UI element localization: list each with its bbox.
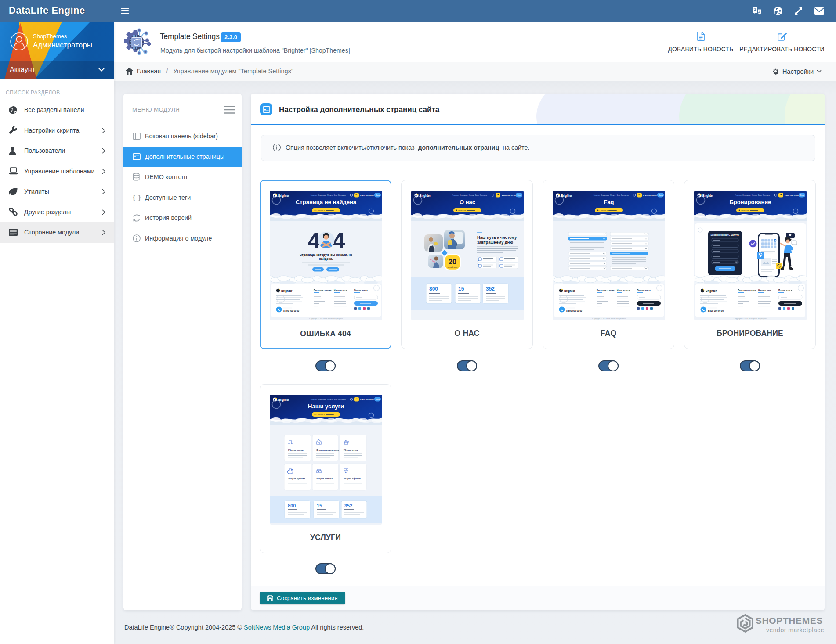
- svg-text:8 800 000 00 00: 8 800 000 00 00: [566, 309, 582, 312]
- svg-text:Copyright © 2023 Все права защ: Copyright © 2023 Все права защищены: [592, 317, 626, 320]
- svg-text:Главная: Главная: [458, 209, 465, 212]
- svg-text:SHOPTHEMES: SHOPTHEMES: [756, 615, 823, 626]
- svg-text:Быстрые ссылки: Быстрые ссылки: [738, 289, 756, 291]
- svg-text:Главная: Главная: [311, 194, 317, 196]
- svg-text:Бронирование: Бронирование: [729, 199, 771, 205]
- svg-text:15: 15: [317, 503, 322, 508]
- svg-text:Главная: Главная: [317, 209, 323, 212]
- svg-text:Услуги: Услуги: [610, 194, 615, 196]
- svg-text:Блог: Блог: [334, 194, 338, 196]
- svg-text:Уборка комнат: Уборка комнат: [316, 477, 333, 480]
- svg-text:Контакты: Контакты: [338, 398, 346, 400]
- svg-text:15: 15: [458, 286, 464, 292]
- svg-text:20: 20: [449, 258, 456, 266]
- svg-text:Главная: Главная: [594, 194, 600, 196]
- svg-text:8 800 000 00 00: 8 800 000 00 00: [708, 309, 724, 312]
- svg-text:8 800 000 00 00: 8 800 000 00 00: [360, 194, 374, 197]
- svg-text:Уборка кухни: Уборка кухни: [344, 449, 358, 451]
- svg-text:Страницы: Страницы: [601, 194, 609, 196]
- svg-text:Brighter: Brighter: [706, 289, 717, 293]
- svg-text:Подписаться: Подписаться: [778, 289, 792, 291]
- svg-text:352: 352: [486, 286, 495, 292]
- svg-text:Brighter: Brighter: [278, 194, 290, 198]
- svg-text:Faq: Faq: [604, 199, 614, 205]
- svg-text:Контакты: Контакты: [763, 194, 770, 196]
- svg-text:Быстрые ссылки: Быстрые ссылки: [314, 289, 332, 291]
- svg-text:Наши услуги: Наши услуги: [334, 289, 347, 291]
- svg-text:Главная: Главная: [317, 414, 323, 416]
- svg-text:Быстрые ссылки: Быстрые ссылки: [597, 289, 615, 291]
- svg-text:Забронировать услугу: Забронировать услугу: [710, 234, 739, 236]
- svg-text:8 800 000 00 00: 8 800 000 00 00: [283, 309, 299, 312]
- svg-text:Brighter: Brighter: [420, 194, 431, 198]
- svg-text:Наши услуги: Наши услуги: [308, 403, 344, 410]
- svg-text:Наши услуги: Наши услуги: [758, 289, 771, 291]
- svg-text:Главная: Главная: [311, 398, 317, 400]
- svg-text:Copyright © 2023 Все права защ: Copyright © 2023 Все права защищены: [734, 317, 767, 320]
- svg-text:vendor marketplace: vendor marketplace: [766, 626, 824, 633]
- svg-text:Блог: Блог: [475, 194, 479, 196]
- svg-text:Страницы: Страницы: [460, 194, 467, 196]
- svg-text:Блог: Блог: [334, 398, 338, 400]
- svg-text:Brighter: Brighter: [278, 398, 290, 402]
- svg-text:Услуги: Услуги: [752, 194, 757, 196]
- svg-text:8 800 000 00 00: 8 800 000 00 00: [360, 399, 374, 401]
- svg-text:352: 352: [344, 503, 352, 508]
- svg-text:Блог: Блог: [758, 194, 762, 196]
- svg-text:Brighter: Brighter: [281, 289, 293, 293]
- svg-text:Подписаться: Подписаться: [354, 289, 368, 291]
- svg-text:Главная: Главная: [600, 209, 606, 212]
- svg-text:800: 800: [429, 286, 438, 292]
- svg-text:Copyright © 2023 Все права защ: Copyright © 2023 Все права защищены: [309, 317, 343, 320]
- svg-text:Brighter: Brighter: [564, 289, 575, 293]
- svg-text:Главная: Главная: [735, 194, 742, 196]
- svg-text:Страница, которую вы искали, н: Страница, которую вы искали, не: [300, 253, 352, 257]
- svg-text:Вход: Вход: [518, 194, 522, 196]
- svg-text:найдена.: найдена.: [319, 257, 333, 261]
- svg-text:Вход: Вход: [800, 194, 805, 196]
- svg-text:завтрашнему дню: завтрашнему дню: [477, 240, 513, 245]
- svg-text:Страницы: Страницы: [742, 194, 750, 196]
- svg-text:Услуги: Услуги: [327, 398, 333, 400]
- svg-text:Уборка туалета: Уборка туалета: [288, 477, 305, 480]
- svg-text:Подписаться: Подписаться: [637, 289, 651, 291]
- svg-text:Контакты: Контакты: [338, 194, 346, 196]
- svg-text:Уборка офисов: Уборка офисов: [344, 477, 361, 480]
- svg-text:Главная: Главная: [452, 194, 459, 196]
- svg-text:Контакты: Контакты: [480, 194, 487, 196]
- svg-text:Услуги: Услуги: [327, 194, 333, 196]
- svg-text:Главная: Главная: [741, 209, 748, 212]
- svg-text:Контакты: Контакты: [621, 194, 629, 196]
- svg-text:Вход: Вход: [659, 194, 663, 196]
- svg-text:800: 800: [288, 503, 296, 508]
- svg-text:Brighter: Brighter: [702, 194, 714, 198]
- svg-text:Страницы: Страницы: [318, 194, 326, 196]
- svg-text:Уборка полов: Уборка полов: [288, 449, 304, 451]
- svg-text:Вход: Вход: [376, 398, 380, 400]
- svg-text:летний опыт: летний опыт: [447, 266, 457, 268]
- svg-text:Brighter: Brighter: [561, 194, 572, 198]
- svg-text:О нас: О нас: [460, 199, 475, 205]
- svg-text:8 800 000 00 00: 8 800 000 00 00: [785, 194, 799, 197]
- svg-text:Страница не найдена: Страница не найдена: [296, 199, 357, 205]
- svg-text:Услуги: Услуги: [469, 194, 474, 196]
- svg-text:Блог: Блог: [617, 194, 621, 196]
- svg-text:Наш путь к чистому: Наш путь к чистому: [477, 235, 517, 240]
- svg-text:Страницы: Страницы: [318, 398, 326, 400]
- svg-text:8 800 000 00 00: 8 800 000 00 00: [502, 194, 516, 197]
- svg-text:Очистка водостоков: Очистка водостоков: [316, 449, 339, 451]
- svg-text:Вход: Вход: [376, 194, 380, 196]
- svg-text:Наши услуги: Наши услуги: [617, 289, 630, 291]
- svg-text:8 800 000 00 00: 8 800 000 00 00: [643, 194, 657, 197]
